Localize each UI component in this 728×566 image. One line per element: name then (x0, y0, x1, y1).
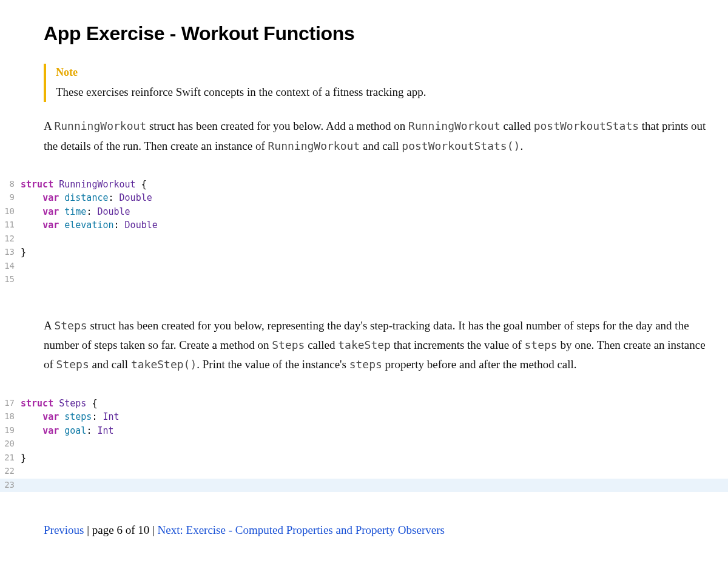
code-line[interactable]: 17struct Steps { (0, 397, 728, 411)
code-text[interactable] (21, 465, 728, 479)
code-line[interactable]: 13} (0, 246, 728, 260)
code-text[interactable]: } (21, 451, 728, 465)
line-number: 12 (0, 232, 21, 245)
code-text[interactable] (21, 437, 728, 451)
code-editor-1[interactable]: 8struct RunningWorkout {9 var distance: … (0, 178, 728, 287)
line-number: 15 (0, 273, 21, 286)
code-ref: steps (525, 339, 558, 351)
code-line[interactable]: 15 (0, 273, 728, 287)
code-ref: Steps (54, 319, 87, 332)
code-text[interactable]: var goal: Int (21, 424, 728, 438)
code-line[interactable]: 23 (0, 479, 728, 493)
code-line[interactable]: 8struct RunningWorkout { (0, 178, 728, 192)
code-text[interactable]: var distance: Double (21, 191, 728, 205)
code-line[interactable]: 20 (0, 437, 728, 451)
code-line[interactable]: 22 (0, 465, 728, 479)
instruction-2: A Steps struct has been created for you … (44, 316, 710, 375)
code-line[interactable]: 14 (0, 260, 728, 274)
code-ref: takeStep() (131, 358, 197, 371)
code-line[interactable]: 10 var time: Double (0, 205, 728, 219)
code-line[interactable]: 12 (0, 232, 728, 246)
code-ref: takeStep (338, 339, 391, 351)
code-ref: Steps (56, 358, 89, 371)
code-line[interactable]: 21} (0, 451, 728, 465)
line-number: 14 (0, 260, 21, 272)
note-body: These exercises reinforce Swift concepts… (56, 83, 710, 102)
code-text[interactable]: struct RunningWorkout { (21, 178, 728, 192)
code-ref: Steps (272, 339, 305, 351)
code-text[interactable] (21, 260, 728, 274)
code-line[interactable]: 18 var steps: Int (0, 410, 728, 424)
line-number: 8 (0, 178, 21, 190)
code-text[interactable]: var elevation: Double (21, 218, 728, 232)
line-number: 19 (0, 424, 21, 437)
line-number: 18 (0, 410, 21, 423)
code-text[interactable]: var steps: Int (21, 410, 728, 424)
line-number: 9 (0, 191, 21, 204)
note-label: Note (56, 64, 710, 81)
pager-sep: | (149, 524, 157, 536)
line-number: 17 (0, 397, 21, 409)
code-ref: postWorkoutStats (534, 120, 639, 132)
line-number: 20 (0, 437, 21, 450)
page-indicator: page 6 of 10 (92, 524, 149, 536)
code-ref: RunningWorkout (408, 120, 500, 132)
note-callout: Note These exercises reinforce Swift con… (44, 64, 710, 102)
code-ref: RunningWorkout (54, 120, 146, 132)
code-text[interactable] (21, 232, 728, 246)
code-ref: RunningWorkout (268, 140, 360, 152)
prev-link[interactable]: Previous (44, 524, 84, 536)
line-number: 21 (0, 451, 21, 464)
line-number: 23 (0, 479, 21, 491)
code-text[interactable] (21, 273, 728, 287)
page-title: App Exercise - Workout Functions (44, 18, 710, 49)
code-text[interactable]: } (21, 246, 728, 260)
instruction-1: A RunningWorkout struct has been created… (44, 116, 710, 156)
code-ref: steps (349, 358, 382, 371)
code-line[interactable]: 19 var goal: Int (0, 424, 728, 438)
next-link[interactable]: Next: Exercise - Computed Properties and… (158, 524, 445, 536)
pager-sep: | (84, 524, 92, 536)
code-text[interactable]: struct Steps { (21, 397, 728, 411)
code-text[interactable]: var time: Double (21, 205, 728, 219)
code-ref: postWorkoutStats() (402, 140, 520, 152)
line-number: 22 (0, 465, 21, 477)
code-line[interactable]: 11 var elevation: Double (0, 218, 728, 232)
code-text[interactable] (21, 479, 728, 493)
line-number: 11 (0, 218, 21, 231)
line-number: 10 (0, 205, 21, 218)
code-line[interactable]: 9 var distance: Double (0, 191, 728, 205)
pager: Previous | page 6 of 10 | Next: Exercise… (0, 521, 728, 539)
code-editor-2[interactable]: 17struct Steps {18 var steps: Int19 var … (0, 397, 728, 493)
line-number: 13 (0, 246, 21, 258)
